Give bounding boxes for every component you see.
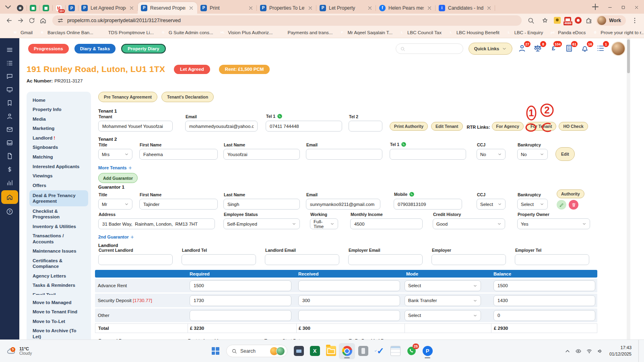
close-tab-icon[interactable] (427, 5, 432, 11)
notification-icon-button[interactable]: 61 (565, 44, 574, 53)
bookmark-star-icon[interactable] (540, 15, 550, 26)
scrollbar-thumb[interactable] (627, 39, 630, 73)
mail-extension-icon[interactable]: 4686 (564, 17, 571, 24)
tenant2-first-name-input[interactable] (139, 149, 218, 160)
browser-tab[interactable]: f Helen Pears messaged yo (376, 2, 436, 14)
guarantor-first-name-input[interactable] (139, 199, 218, 210)
more-tenants-link[interactable]: More Tenants (95, 165, 132, 170)
browser-tab[interactable]: P Print (197, 2, 257, 14)
home-button[interactable] (38, 15, 48, 26)
taskbar-app-button[interactable] (291, 343, 307, 359)
sidebar-menu-item[interactable]: Inventory & Utilities (29, 222, 88, 231)
rail-item[interactable]: ? (2, 206, 18, 217)
show-desktop-button[interactable] (638, 340, 641, 362)
add-guarantor-button[interactable]: Add Guarantor (98, 173, 138, 183)
rail-item[interactable] (2, 44, 18, 56)
rail-item[interactable] (2, 177, 18, 188)
bookmark-item[interactable]: HL Vision Plus Authoriz... (217, 29, 276, 36)
notification-icon-button[interactable]: £ 104 (549, 44, 559, 53)
credit-history-select[interactable]: Good (433, 218, 505, 229)
received-input[interactable] (298, 310, 400, 321)
extension-icon[interactable] (554, 17, 561, 24)
rail-item[interactable] (2, 58, 18, 69)
sidebar-menu-item[interactable]: Offers (29, 181, 88, 190)
sidebar-menu-item[interactable]: Deal & Pre Tenancy Agreement (29, 190, 88, 207)
bookmark-item[interactable]: TDS Promptmove Li... (97, 29, 157, 36)
delete-guarantor-button[interactable] (569, 200, 578, 210)
bookmark-item[interactable]: Payments and trans... (276, 29, 336, 36)
bookmark-item[interactable]: M Gmail (9, 29, 36, 36)
authority-button[interactable]: Authority (557, 189, 584, 198)
rtr-link-button[interactable]: HO Check (559, 122, 588, 131)
tenant2-bankruptcy-select[interactable]: No (517, 149, 548, 160)
tenant2-title-select[interactable]: Mrs (98, 149, 132, 160)
required-input[interactable] (190, 295, 291, 306)
weather-widget[interactable]: 5 11°C Cloudy (0, 346, 38, 356)
pinned-tab[interactable]: ▦ (27, 2, 39, 14)
guarantor-mobile-input[interactable] (394, 199, 462, 210)
edit-tenant-button[interactable]: Edit Tenant (431, 122, 462, 131)
browser-profile[interactable]: Work (596, 15, 626, 26)
close-tab-icon[interactable] (486, 5, 492, 11)
guarantor-title-select[interactable]: Mr (98, 199, 132, 210)
tab-search-icon[interactable] (3, 2, 13, 12)
landlord-field-input[interactable] (348, 254, 423, 265)
taskbar-app-button[interactable] (339, 343, 355, 359)
browser-tab[interactable]: P Let Property (316, 2, 376, 14)
tenant-tel2-input[interactable] (349, 121, 382, 132)
clock[interactable]: 17:43 01/12/2025 (609, 345, 632, 357)
sidebar-menu-item[interactable]: Maintenance Issues (29, 247, 88, 256)
site-settings-icon[interactable] (57, 17, 64, 24)
rail-item[interactable] (2, 71, 18, 82)
notification-icon-button[interactable]: 8 (533, 44, 543, 53)
pinned-tab[interactable]: P (65, 2, 78, 14)
property-owner-select[interactable]: Yes (517, 218, 590, 229)
browser-tab[interactable]: P Let Agreed Properties (78, 2, 138, 14)
bookmark-item[interactable]: ♔ Prove your right to r... (589, 29, 644, 36)
browser-tab[interactable]: i Candidates - Indeed for E (436, 2, 495, 14)
taskbar-app-button[interactable] (323, 343, 339, 359)
landlord-field-input[interactable] (265, 254, 339, 265)
sidebar-menu-item[interactable]: Marketing (29, 124, 88, 134)
tenant2-last-name-input[interactable] (223, 149, 300, 160)
sidebar-action-item[interactable]: Move to Managed (29, 298, 88, 307)
print-authority-button[interactable]: Print Authority (390, 122, 428, 131)
second-guarantor-link[interactable]: 2nd Guarantor (95, 234, 134, 239)
landlord-field-input[interactable] (431, 254, 506, 265)
tenant2-email-input[interactable] (306, 149, 382, 160)
taskbar-search[interactable]: Search (226, 345, 287, 357)
bookmark-item[interactable]: G G Suite Admin cons... (157, 29, 217, 36)
browser-tab[interactable]: P Properties To Let (257, 2, 316, 14)
close-window-button[interactable] (634, 5, 639, 10)
page-scrollbar[interactable] (627, 38, 630, 340)
close-tab-icon[interactable] (188, 5, 194, 11)
url-bar[interactable]: propelcrm.co.uk/propertydetail/2011/3127… (52, 15, 522, 26)
new-tab-button[interactable] (590, 2, 600, 12)
bookmark-item[interactable]: L LBC - Enquiry (503, 29, 547, 36)
sidebar-action-item[interactable]: Move to Tenant Find (29, 307, 88, 317)
required-input[interactable] (190, 310, 291, 321)
working-select[interactable]: Full-Time (310, 218, 338, 229)
sidebar-menu-item[interactable]: Signboards (29, 143, 88, 152)
tray-eye-icon[interactable] (575, 348, 582, 354)
rail-item[interactable] (2, 137, 18, 148)
close-tab-icon[interactable] (367, 5, 373, 11)
bookmark-item[interactable]: B Barclays Online Ban... (36, 29, 97, 36)
notification-icon-button[interactable]: 1 (596, 44, 606, 53)
tenant2-edit-button[interactable]: Edit (555, 147, 575, 161)
close-tab-icon[interactable] (308, 5, 313, 11)
reload-button[interactable] (27, 15, 37, 26)
employee-status-select[interactable]: Self-Employed (223, 218, 300, 229)
sidebar-menu-item[interactable]: Matching (29, 152, 88, 162)
taskbar-app-button[interactable]: 25 (403, 343, 419, 359)
landlord-field-input[interactable] (515, 254, 589, 265)
user-avatar[interactable] (611, 41, 625, 56)
landlord-field-input[interactable] (98, 254, 173, 265)
sidebar-menu-item[interactable]: Interested Applicants (29, 162, 88, 171)
zoom-icon[interactable] (526, 15, 536, 26)
mode-select[interactable]: Select (405, 280, 481, 291)
sidebar-action-item[interactable]: Move to To-Let (29, 317, 88, 326)
adblock-extension-icon[interactable] (575, 17, 582, 24)
sidebar-menu-item[interactable]: Agency Letters (29, 271, 88, 281)
tenant2-ccj-select[interactable]: No (477, 149, 506, 160)
